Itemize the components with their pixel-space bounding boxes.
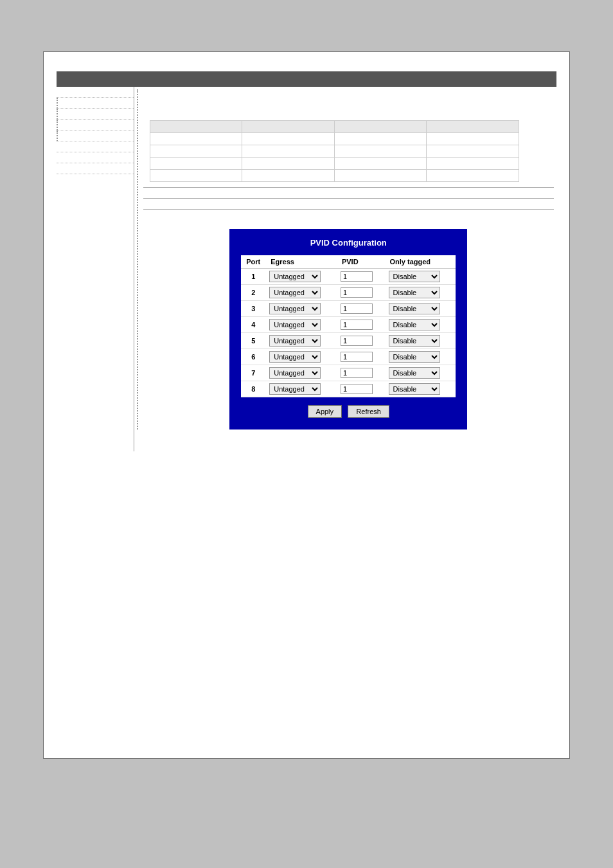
egress-select-5[interactable]: UntaggedTagged <box>269 335 321 347</box>
nav-header-right <box>134 71 556 87</box>
pvid-tagged-1[interactable]: DisableEnable <box>385 269 456 285</box>
right-content-area: PVID Configuration Port Egress PVID Only… <box>137 89 555 429</box>
pvid-egress-4[interactable]: UntaggedTagged <box>265 317 337 333</box>
tagged-select-3[interactable]: DisableEnable <box>389 303 440 314</box>
pvid-value-1[interactable] <box>337 269 385 285</box>
pvid-input-2[interactable] <box>341 287 373 298</box>
pvid-value-5[interactable] <box>337 333 385 349</box>
col-only-tagged: Only tagged <box>385 255 456 269</box>
col-egress: Egress <box>265 255 337 269</box>
pvid-input-4[interactable] <box>341 320 373 330</box>
pvid-port-7: 7 <box>241 365 265 381</box>
pvid-input-3[interactable] <box>341 303 373 314</box>
sub-col-4 <box>427 121 519 133</box>
pvid-row: 3UntaggedTaggedDisableEnable <box>241 301 456 317</box>
egress-select-1[interactable]: UntaggedTagged <box>269 271 321 282</box>
pvid-value-4[interactable] <box>337 317 385 333</box>
pvid-egress-2[interactable]: UntaggedTagged <box>265 285 337 301</box>
egress-select-6[interactable]: UntaggedTagged <box>269 351 321 363</box>
nav-item-8[interactable] <box>57 163 134 174</box>
col-port: Port <box>241 255 265 269</box>
pvid-value-6[interactable] <box>337 349 385 365</box>
pvid-port-3: 3 <box>241 301 265 317</box>
sub-row-2 <box>150 145 519 158</box>
separator-2 <box>143 198 555 199</box>
separator-1 <box>143 187 555 188</box>
pvid-value-7[interactable] <box>337 365 385 381</box>
pvid-title: PVID Configuration <box>241 238 456 248</box>
pvid-port-5: 5 <box>241 333 265 349</box>
pvid-input-5[interactable] <box>341 336 373 346</box>
refresh-button[interactable]: Refresh <box>348 405 389 418</box>
nav-item-3[interactable] <box>57 109 134 120</box>
pvid-row: 2UntaggedTaggedDisableEnable <box>241 285 456 301</box>
pvid-tagged-7[interactable]: DisableEnable <box>385 365 456 381</box>
pvid-tagged-6[interactable]: DisableEnable <box>385 349 456 365</box>
pvid-row: 7UntaggedTaggedDisableEnable <box>241 365 456 381</box>
main-container: PVID Configuration Port Egress PVID Only… <box>43 51 570 759</box>
egress-select-3[interactable]: UntaggedTagged <box>269 303 321 314</box>
pvid-port-6: 6 <box>241 349 265 365</box>
tagged-select-4[interactable]: DisableEnable <box>389 319 440 330</box>
pvid-port-4: 4 <box>241 317 265 333</box>
nav-left-panel <box>57 87 134 451</box>
egress-select-8[interactable]: UntaggedTagged <box>269 383 321 395</box>
nav-item-7[interactable] <box>57 152 134 163</box>
nav-item-6[interactable] <box>57 141 134 152</box>
pvid-value-8[interactable] <box>337 381 385 397</box>
pvid-input-8[interactable] <box>341 384 373 394</box>
pvid-tagged-5[interactable]: DisableEnable <box>385 333 456 349</box>
nav-item-5[interactable] <box>57 131 134 141</box>
sub-col-1 <box>150 121 242 133</box>
sub-col-3 <box>334 121 427 133</box>
pvid-buttons: Apply Refresh <box>241 405 456 418</box>
pvid-egress-8[interactable]: UntaggedTagged <box>265 381 337 397</box>
pvid-tagged-2[interactable]: DisableEnable <box>385 285 456 301</box>
nav-item-4[interactable] <box>57 120 134 131</box>
tagged-select-5[interactable]: DisableEnable <box>389 335 440 347</box>
pvid-port-2: 2 <box>241 285 265 301</box>
pvid-tagged-8[interactable]: DisableEnable <box>385 381 456 397</box>
tagged-select-7[interactable]: DisableEnable <box>389 367 440 379</box>
pvid-egress-7[interactable]: UntaggedTagged <box>265 365 337 381</box>
pvid-row: 6UntaggedTaggedDisableEnable <box>241 349 456 365</box>
sub-row-3 <box>150 158 519 170</box>
pvid-row: 4UntaggedTaggedDisableEnable <box>241 317 456 333</box>
tagged-select-8[interactable]: DisableEnable <box>389 383 440 395</box>
separator-3 <box>143 209 555 210</box>
pvid-table-header: Port Egress PVID Only tagged <box>241 255 456 269</box>
pvid-value-2[interactable] <box>337 285 385 301</box>
nav-header-left <box>57 71 134 87</box>
pvid-panel: PVID Configuration Port Egress PVID Only… <box>229 229 467 429</box>
pvid-egress-1[interactable]: UntaggedTagged <box>265 269 337 285</box>
pvid-table: Port Egress PVID Only tagged 1UntaggedTa… <box>241 255 456 397</box>
egress-select-7[interactable]: UntaggedTagged <box>269 367 321 379</box>
sub-table <box>150 120 520 182</box>
nav-item-2[interactable] <box>57 98 134 109</box>
pvid-input-7[interactable] <box>341 368 373 378</box>
pvid-tagged-3[interactable]: DisableEnable <box>385 301 456 317</box>
pvid-input-1[interactable] <box>341 271 373 282</box>
pvid-egress-3[interactable]: UntaggedTagged <box>265 301 337 317</box>
nav-table: PVID Configuration Port Egress PVID Only… <box>57 71 556 451</box>
pvid-row: 8UntaggedTaggedDisableEnable <box>241 381 456 397</box>
pvid-egress-5[interactable]: UntaggedTagged <box>265 333 337 349</box>
pvid-input-6[interactable] <box>341 352 373 362</box>
egress-select-2[interactable]: UntaggedTagged <box>269 287 321 298</box>
pvid-value-3[interactable] <box>337 301 385 317</box>
sub-row-1 <box>150 133 519 145</box>
nav-right-panel: PVID Configuration Port Egress PVID Only… <box>134 87 556 451</box>
col-pvid: PVID <box>337 255 385 269</box>
tagged-select-1[interactable]: DisableEnable <box>389 271 440 282</box>
nav-item-1[interactable] <box>57 87 134 98</box>
sub-col-2 <box>242 121 335 133</box>
pvid-tagged-4[interactable]: DisableEnable <box>385 317 456 333</box>
pvid-egress-6[interactable]: UntaggedTagged <box>265 349 337 365</box>
sub-row-4 <box>150 170 519 182</box>
apply-button[interactable]: Apply <box>308 405 342 418</box>
pvid-row: 5UntaggedTaggedDisableEnable <box>241 333 456 349</box>
egress-select-4[interactable]: UntaggedTagged <box>269 319 321 330</box>
tagged-select-2[interactable]: DisableEnable <box>389 287 440 298</box>
pvid-port-1: 1 <box>241 269 265 285</box>
tagged-select-6[interactable]: DisableEnable <box>389 351 440 363</box>
